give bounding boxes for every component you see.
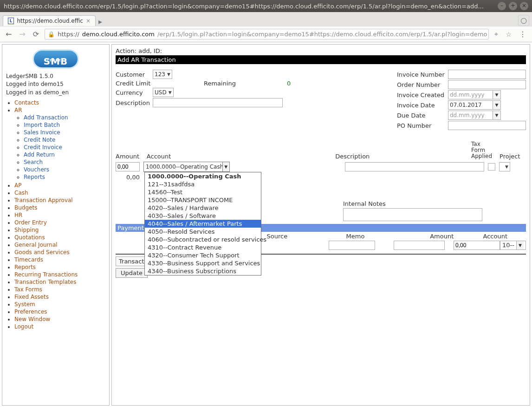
nav-item[interactable]: System: [14, 301, 35, 308]
nav-item[interactable]: Recurring Transactions: [14, 271, 78, 278]
due-date-input[interactable]: dd.mm.yyyy▼: [448, 111, 501, 120]
nav-item[interactable]: Cash: [14, 190, 28, 196]
nav-sub-item[interactable]: Credit Note: [24, 137, 55, 143]
nav-sub-item[interactable]: Add Return: [24, 151, 55, 158]
nav-item[interactable]: Tax Forms: [14, 286, 42, 293]
new-tab-button[interactable]: ▸: [98, 17, 102, 26]
remaining-label: Remaining: [204, 80, 236, 87]
order-number-label: Order Number: [397, 81, 448, 88]
nav-sub-item[interactable]: Import Batch: [24, 122, 60, 128]
main-panel: Action: add, ID: Add AR Transaction Cust…: [111, 44, 530, 406]
pay-memo2-input[interactable]: [394, 241, 445, 250]
reload-button[interactable]: ⟳: [31, 29, 41, 39]
invoice-number-input[interactable]: [448, 70, 526, 79]
col-project-label: Project: [500, 153, 526, 160]
nav-item[interactable]: Timecards: [14, 256, 43, 263]
currency-select[interactable]: USD ▼: [153, 88, 174, 97]
account-option[interactable]: 4330--Business Support and Services: [145, 259, 261, 267]
description-label: Description: [116, 99, 153, 106]
favicon-icon: L: [8, 18, 14, 24]
line-amount-input[interactable]: [116, 162, 140, 171]
nav-item[interactable]: Reports: [14, 264, 36, 270]
window-maximize-button[interactable]: +: [509, 2, 517, 10]
line-description-input[interactable]: [345, 162, 484, 171]
action-line: Action: add, ID:: [116, 47, 526, 54]
line-project-select[interactable]: ▼: [499, 162, 510, 171]
invoice-date-label: Invoice Date: [397, 102, 448, 109]
nav-sub-item[interactable]: Add Transaction: [24, 114, 68, 121]
update-button[interactable]: Update: [116, 268, 148, 278]
nav-item[interactable]: AR: [14, 107, 22, 113]
window-titlebar: https://demo.cloud.efficito.com/erp/1.5/…: [0, 0, 532, 12]
line-account-select[interactable]: 1000.0000--Operating Cash ▼: [143, 162, 230, 172]
pay-memo-input[interactable]: [329, 241, 375, 250]
nav-item[interactable]: Preferences: [14, 309, 47, 315]
nav-sub-item[interactable]: Search: [24, 159, 43, 165]
account-option[interactable]: 15000--TRANSPORT INCOME: [145, 196, 261, 204]
pay-amount-input[interactable]: [454, 241, 500, 250]
browser-menu-icon[interactable]: ⋮: [517, 30, 528, 39]
window-minimize-button[interactable]: –: [498, 2, 506, 10]
account-dropdown[interactable]: 1000.0000--Operating Cash121--31sadfdsa1…: [144, 172, 261, 276]
chevron-down-icon[interactable]: ▼: [222, 162, 229, 171]
address-bar[interactable]: 🔒 https://demo.cloud.efficito.com/erp/1.…: [45, 29, 489, 39]
nav-item[interactable]: Contacts: [14, 99, 39, 106]
sidebar: SMB LedgerSMB 1.5.0 Logged into demo15 L…: [2, 44, 110, 406]
line-tax-checkbox[interactable]: [488, 163, 495, 171]
nav-sub-item[interactable]: Credit Invoice: [24, 144, 62, 151]
nav-item[interactable]: AP: [14, 182, 21, 189]
account-option[interactable]: 121--31sadfdsa: [145, 180, 261, 188]
pay-col-memo: Memo: [310, 233, 401, 240]
nav-item[interactable]: Budgets: [14, 204, 37, 211]
tab-close-icon[interactable]: ×: [86, 18, 91, 24]
account-option[interactable]: 4050--Resold Services: [145, 228, 261, 236]
nav-sub-item[interactable]: Reports: [24, 174, 45, 180]
account-option[interactable]: 4340--Business Subscriptions: [145, 267, 261, 275]
nav-sub-item[interactable]: Sales Invoice: [24, 129, 60, 136]
nav-item[interactable]: Fixed Assets: [14, 294, 49, 300]
nav-item[interactable]: Logout: [14, 323, 33, 330]
app-version: LedgerSMB 1.5.0: [6, 72, 105, 80]
account-option[interactable]: 4040--Sales / Aftermarket Parts: [145, 220, 261, 228]
invoice-created-input[interactable]: dd.mm.yyyy▼: [448, 90, 501, 99]
nav-item[interactable]: HR: [14, 212, 22, 218]
account-option[interactable]: 4030--Sales / Software: [145, 212, 261, 220]
chevron-down-icon[interactable]: ▼: [493, 100, 501, 110]
nav-item[interactable]: Goods and Services: [14, 249, 70, 256]
nav-item[interactable]: General Journal: [14, 242, 58, 248]
col-amount-label: Amount: [116, 153, 143, 160]
chevron-down-icon: ▼: [505, 164, 508, 169]
profile-icon[interactable]: ◯: [518, 15, 529, 26]
customer-select[interactable]: 123 ▼: [153, 70, 172, 79]
site-info-icon[interactable]: ⌖: [493, 30, 500, 38]
bookmark-star-icon[interactable]: ☆: [504, 31, 513, 38]
description-input[interactable]: [153, 98, 283, 107]
account-option[interactable]: 4060--Subcontracted or resold services: [145, 236, 261, 243]
account-option[interactable]: 4020--Sales / Hardware: [145, 204, 261, 212]
nav-item[interactable]: Shipping: [14, 227, 39, 233]
window-close-button[interactable]: ×: [520, 2, 528, 10]
nav-item[interactable]: New Window: [14, 316, 50, 322]
chevron-down-icon[interactable]: ▼: [493, 90, 501, 99]
order-number-input[interactable]: [448, 80, 526, 89]
pay-col-account: Account: [483, 233, 526, 240]
nav-item[interactable]: Quotations: [14, 234, 45, 241]
po-number-input[interactable]: [448, 121, 526, 130]
col-account-label: Account: [147, 153, 331, 160]
app-info: LedgerSMB 1.5.0 Logged into demo15 Logge…: [6, 72, 105, 97]
account-option[interactable]: 4320--Consumer Tech Support: [145, 251, 261, 259]
back-button[interactable]: ←: [4, 29, 13, 39]
nav-item[interactable]: Transaction Templates: [14, 279, 76, 285]
chevron-down-icon[interactable]: ▼: [493, 111, 501, 120]
invoice-date-input[interactable]: 07.01.2017▼: [448, 100, 501, 110]
nav-item[interactable]: Transaction Approval: [14, 197, 73, 204]
chevron-down-icon: ▼: [167, 72, 170, 77]
nav-item[interactable]: Order Entry: [14, 219, 47, 226]
account-option[interactable]: 1000.0000--Operating Cash: [145, 172, 261, 180]
pay-account-select[interactable]: 10-- ▼: [500, 241, 526, 250]
browser-tab[interactable]: L https://demo.cloud.effic ×: [3, 15, 96, 26]
account-option[interactable]: 14560--Test: [145, 188, 261, 196]
account-option[interactable]: 4310--Contract Revenue: [145, 243, 261, 251]
nav-sub-item[interactable]: Vouchers: [24, 166, 49, 173]
internal-notes-input[interactable]: [343, 208, 482, 221]
